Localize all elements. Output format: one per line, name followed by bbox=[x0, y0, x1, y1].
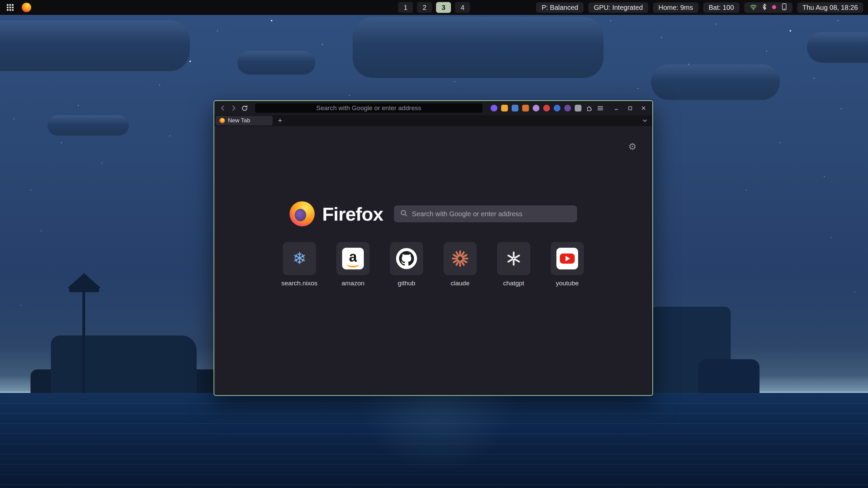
shortcut-tile bbox=[443, 242, 477, 275]
back-button[interactable] bbox=[218, 104, 227, 113]
youtube-play-icon bbox=[566, 256, 570, 261]
youtube-badge bbox=[560, 253, 575, 264]
newtab-search-input[interactable] bbox=[412, 210, 571, 218]
shortcut-label: chatgpt bbox=[503, 280, 524, 287]
shortcut-claude[interactable]: claude bbox=[441, 242, 479, 287]
github-octocat-icon bbox=[396, 248, 417, 269]
display-icon[interactable] bbox=[782, 3, 787, 12]
shortcut-tile: ❄ bbox=[283, 242, 316, 275]
youtube-icon bbox=[556, 248, 578, 269]
extension-icon-3[interactable] bbox=[512, 105, 518, 111]
shortcut-youtube[interactable]: youtube bbox=[548, 242, 586, 287]
wallpaper-sea bbox=[0, 393, 868, 488]
tab-title: New Tab bbox=[228, 117, 250, 124]
wallpaper-cloud bbox=[47, 115, 129, 136]
workspace-switcher: 1 2 3 4 bbox=[398, 2, 470, 13]
wallpaper-cloud bbox=[237, 51, 315, 75]
shortcut-tile bbox=[551, 242, 584, 275]
new-tab-button[interactable]: + bbox=[275, 116, 285, 125]
shortcut-label: youtube bbox=[556, 280, 579, 287]
wallpaper-watchtower bbox=[67, 273, 101, 288]
extension-icon-5[interactable] bbox=[533, 105, 539, 111]
bluetooth-icon[interactable] bbox=[762, 3, 767, 12]
maximize-button[interactable] bbox=[627, 105, 633, 111]
workspace-2-button[interactable]: 2 bbox=[417, 2, 432, 13]
window-controls bbox=[613, 105, 647, 111]
shortcut-github[interactable]: github bbox=[388, 242, 426, 287]
claude-starburst-icon bbox=[451, 250, 469, 267]
shortcut-tile: a bbox=[336, 242, 370, 275]
wallpaper-watchtower bbox=[82, 274, 85, 393]
tab-bar: New Tab + bbox=[214, 115, 652, 126]
shortcut-chatgpt[interactable]: chatgpt bbox=[495, 242, 533, 287]
network-icon[interactable] bbox=[750, 3, 757, 12]
new-tab-page: ⚙ Firefox ❄ search.nixos bbox=[214, 126, 652, 395]
status-battery: Bat: 100 bbox=[703, 2, 739, 13]
tab-list-chevron-icon[interactable] bbox=[641, 117, 649, 125]
minimize-button[interactable] bbox=[613, 105, 620, 111]
shortcut-search-nixos[interactable]: ❄ search.nixos bbox=[280, 242, 318, 287]
shortcut-label: amazon bbox=[341, 280, 364, 287]
status-gpu: GPU: Integrated bbox=[588, 2, 648, 13]
status-tray bbox=[744, 2, 792, 13]
wallpaper-cloud bbox=[0, 20, 190, 71]
topbar-right-group: P: Balanced GPU: Integrated Home: 9ms Ba… bbox=[536, 2, 863, 13]
firefox-icon bbox=[22, 3, 31, 12]
urlbar-input[interactable] bbox=[255, 104, 482, 112]
shortcut-tile bbox=[497, 242, 530, 275]
wallpaper-island-right bbox=[698, 359, 760, 393]
firefox-window: New Tab + ⚙ Firefox ❄ bbox=[214, 100, 653, 396]
navigation-toolbar bbox=[214, 101, 652, 115]
search-icon bbox=[400, 209, 408, 218]
amazon-icon: a bbox=[342, 248, 364, 269]
firefox-logo bbox=[290, 201, 315, 226]
extension-icon-7[interactable] bbox=[554, 105, 560, 111]
wallpaper-cloud bbox=[353, 17, 604, 78]
extension-icon-1[interactable] bbox=[491, 105, 497, 111]
extension-icon-9[interactable] bbox=[575, 105, 581, 111]
workspace-3-button[interactable]: 3 bbox=[436, 2, 451, 13]
extension-icon-4[interactable] bbox=[522, 105, 529, 111]
status-power-profile: P: Balanced bbox=[536, 2, 584, 13]
battery-text: Bat: 100 bbox=[709, 4, 734, 12]
shortcut-amazon[interactable]: a amazon bbox=[334, 242, 372, 287]
topbar-left-group bbox=[5, 2, 32, 13]
nixos-snowflake-icon: ❄ bbox=[293, 250, 306, 267]
tab-new-tab[interactable]: New Tab bbox=[216, 116, 273, 125]
gpu-text: GPU: Integrated bbox=[594, 4, 643, 12]
clock-text: Thu Aug 08, 18:26 bbox=[803, 4, 858, 12]
top-status-bar: 1 2 3 4 P: Balanced GPU: Integrated Home… bbox=[0, 0, 868, 15]
chatgpt-knot-icon bbox=[505, 250, 522, 267]
extension-icons-row bbox=[491, 105, 581, 111]
latency-text: Home: 9ms bbox=[658, 4, 693, 12]
notification-dot-icon[interactable] bbox=[771, 4, 777, 12]
shortcut-tiles: ❄ search.nixos a amazon bbox=[214, 242, 652, 287]
workspace-4-button[interactable]: 4 bbox=[455, 2, 470, 13]
power-profile-text: P: Balanced bbox=[541, 4, 578, 12]
shortcut-tile bbox=[390, 242, 423, 275]
extension-icon-2[interactable] bbox=[501, 105, 508, 111]
menu-hamburger-icon[interactable] bbox=[596, 104, 604, 112]
urlbar[interactable] bbox=[255, 103, 482, 113]
forward-button[interactable] bbox=[229, 104, 238, 113]
extensions-puzzle-icon[interactable] bbox=[586, 104, 593, 112]
wallpaper-cloud bbox=[807, 32, 868, 63]
firefox-wordmark: Firefox bbox=[322, 203, 383, 225]
extension-icon-6[interactable] bbox=[543, 105, 550, 111]
app-launcher-icon[interactable] bbox=[5, 2, 16, 13]
shortcut-label: claude bbox=[451, 280, 470, 287]
workspace-1-button[interactable]: 1 bbox=[398, 2, 413, 13]
close-button[interactable] bbox=[640, 105, 647, 111]
firefox-taskbar-icon[interactable] bbox=[21, 2, 32, 13]
amazon-smile bbox=[347, 263, 359, 267]
newtab-hero: Firefox bbox=[214, 201, 652, 226]
extension-icon-8[interactable] bbox=[564, 105, 571, 111]
firefox-favicon bbox=[219, 118, 225, 123]
status-home-latency: Home: 9ms bbox=[653, 2, 698, 13]
shortcut-label: search.nixos bbox=[281, 280, 318, 287]
reload-button[interactable] bbox=[240, 104, 249, 113]
wallpaper-cloud bbox=[651, 64, 780, 100]
newtab-search[interactable] bbox=[394, 205, 577, 222]
personalize-gear-icon[interactable]: ⚙ bbox=[627, 142, 637, 152]
clock: Thu Aug 08, 18:26 bbox=[797, 2, 863, 13]
